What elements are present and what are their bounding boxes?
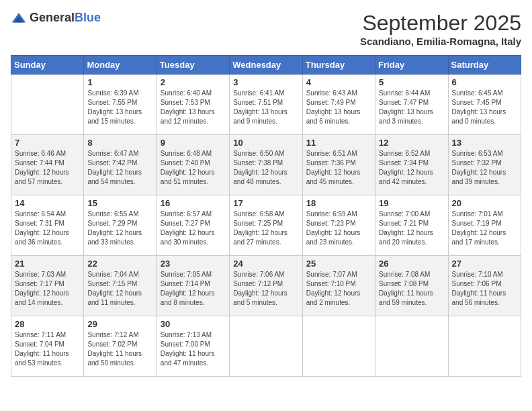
cell-info: Sunrise: 6:41 AMSunset: 7:51 PMDaylight:… <box>233 89 298 126</box>
calendar-cell: 15Sunrise: 6:55 AMSunset: 7:29 PMDayligh… <box>84 195 157 256</box>
calendar-cell: 2Sunrise: 6:40 AMSunset: 7:53 PMDaylight… <box>157 75 229 135</box>
day-number: 21 <box>15 259 80 269</box>
cell-info: Sunrise: 6:51 AMSunset: 7:36 PMDaylight:… <box>306 149 371 187</box>
calendar-cell: 9Sunrise: 6:48 AMSunset: 7:40 PMDaylight… <box>157 135 229 195</box>
calendar-cell: 14Sunrise: 6:54 AMSunset: 7:31 PMDayligh… <box>11 195 84 256</box>
calendar-cell: 25Sunrise: 7:07 AMSunset: 7:10 PMDayligh… <box>302 256 375 316</box>
day-number: 8 <box>87 138 152 148</box>
calendar-cell: 16Sunrise: 6:57 AMSunset: 7:27 PMDayligh… <box>157 195 229 256</box>
calendar-cell: 23Sunrise: 7:05 AMSunset: 7:14 PMDayligh… <box>157 256 229 316</box>
day-number: 22 <box>87 259 152 269</box>
cell-info: Sunrise: 6:43 AMSunset: 7:49 PMDaylight:… <box>306 89 371 126</box>
cell-info: Sunrise: 6:59 AMSunset: 7:23 PMDaylight:… <box>306 210 371 247</box>
day-number: 20 <box>452 198 517 208</box>
week-row-3: 14Sunrise: 6:54 AMSunset: 7:31 PMDayligh… <box>11 195 521 256</box>
cell-info: Sunrise: 6:50 AMSunset: 7:38 PMDaylight:… <box>233 149 298 187</box>
calendar-cell: 30Sunrise: 7:13 AMSunset: 7:00 PMDayligh… <box>157 316 229 377</box>
week-row-5: 28Sunrise: 7:11 AMSunset: 7:04 PMDayligh… <box>11 316 521 377</box>
calendar-body: 1Sunrise: 6:39 AMSunset: 7:55 PMDaylight… <box>11 75 521 377</box>
calendar-cell: 1Sunrise: 6:39 AMSunset: 7:55 PMDaylight… <box>84 75 157 135</box>
calendar-cell: 28Sunrise: 7:11 AMSunset: 7:04 PMDayligh… <box>11 316 84 377</box>
day-number: 28 <box>15 319 80 329</box>
cell-info: Sunrise: 7:05 AMSunset: 7:14 PMDaylight:… <box>161 270 226 308</box>
calendar-cell: 12Sunrise: 6:52 AMSunset: 7:34 PMDayligh… <box>375 135 448 195</box>
calendar-cell: 24Sunrise: 7:06 AMSunset: 7:12 PMDayligh… <box>230 256 302 316</box>
header-row: SundayMondayTuesdayWednesdayThursdayFrid… <box>11 56 521 75</box>
calendar-cell: 17Sunrise: 6:58 AMSunset: 7:25 PMDayligh… <box>230 195 302 256</box>
day-number: 10 <box>233 138 298 148</box>
cell-info: Sunrise: 6:52 AMSunset: 7:34 PMDaylight:… <box>379 149 444 187</box>
header-cell-tuesday: Tuesday <box>157 56 229 75</box>
cell-info: Sunrise: 7:01 AMSunset: 7:19 PMDaylight:… <box>452 210 517 247</box>
header-cell-saturday: Saturday <box>448 56 521 75</box>
month-title: September 2025 <box>360 11 521 36</box>
calendar-cell: 20Sunrise: 7:01 AMSunset: 7:19 PMDayligh… <box>448 195 521 256</box>
day-number: 17 <box>233 198 298 208</box>
cell-info: Sunrise: 7:04 AMSunset: 7:15 PMDaylight:… <box>87 270 152 308</box>
day-number: 5 <box>379 77 444 87</box>
calendar-cell: 21Sunrise: 7:03 AMSunset: 7:17 PMDayligh… <box>11 256 84 316</box>
logo-blue: Blue <box>75 11 101 24</box>
logo: GeneralBlue <box>11 11 101 25</box>
location-subtitle: Scandiano, Emilia-Romagna, Italy <box>360 36 521 47</box>
day-number: 2 <box>161 77 226 87</box>
cell-info: Sunrise: 7:12 AMSunset: 7:02 PMDaylight:… <box>87 330 152 368</box>
cell-info: Sunrise: 6:53 AMSunset: 7:32 PMDaylight:… <box>452 149 517 187</box>
calendar-cell <box>375 316 448 377</box>
calendar-cell: 29Sunrise: 7:12 AMSunset: 7:02 PMDayligh… <box>84 316 157 377</box>
header: GeneralBlue September 2025 Scandiano, Em… <box>11 11 521 47</box>
cell-info: Sunrise: 7:10 AMSunset: 7:06 PMDaylight:… <box>452 270 517 308</box>
day-number: 24 <box>233 259 298 269</box>
cell-info: Sunrise: 6:57 AMSunset: 7:27 PMDaylight:… <box>161 210 226 247</box>
cell-info: Sunrise: 7:07 AMSunset: 7:10 PMDaylight:… <box>306 270 371 308</box>
cell-info: Sunrise: 6:58 AMSunset: 7:25 PMDaylight:… <box>233 210 298 247</box>
day-number: 6 <box>452 77 517 87</box>
calendar-cell: 4Sunrise: 6:43 AMSunset: 7:49 PMDaylight… <box>302 75 375 135</box>
cell-info: Sunrise: 7:08 AMSunset: 7:08 PMDaylight:… <box>379 270 444 308</box>
header-cell-monday: Monday <box>84 56 157 75</box>
day-number: 9 <box>161 138 226 148</box>
day-number: 11 <box>306 138 371 148</box>
day-number: 15 <box>87 198 152 208</box>
day-number: 29 <box>87 319 152 329</box>
calendar-cell: 6Sunrise: 6:45 AMSunset: 7:45 PMDaylight… <box>448 75 521 135</box>
day-number: 16 <box>161 198 226 208</box>
cell-info: Sunrise: 6:54 AMSunset: 7:31 PMDaylight:… <box>15 210 80 247</box>
calendar-cell: 5Sunrise: 6:44 AMSunset: 7:47 PMDaylight… <box>375 75 448 135</box>
calendar-cell: 7Sunrise: 6:46 AMSunset: 7:44 PMDaylight… <box>11 135 84 195</box>
cell-info: Sunrise: 6:45 AMSunset: 7:45 PMDaylight:… <box>452 89 517 126</box>
cell-info: Sunrise: 6:55 AMSunset: 7:29 PMDaylight:… <box>87 210 152 247</box>
title-area: September 2025 Scandiano, Emilia-Romagna… <box>360 11 521 47</box>
cell-info: Sunrise: 6:47 AMSunset: 7:42 PMDaylight:… <box>87 149 152 187</box>
calendar-header: SundayMondayTuesdayWednesdayThursdayFrid… <box>11 56 521 75</box>
calendar-cell: 8Sunrise: 6:47 AMSunset: 7:42 PMDaylight… <box>84 135 157 195</box>
day-number: 13 <box>452 138 517 148</box>
day-number: 19 <box>379 198 444 208</box>
cell-info: Sunrise: 6:48 AMSunset: 7:40 PMDaylight:… <box>161 149 226 187</box>
cell-info: Sunrise: 7:11 AMSunset: 7:04 PMDaylight:… <box>15 330 80 368</box>
header-cell-sunday: Sunday <box>11 56 84 75</box>
cell-info: Sunrise: 7:06 AMSunset: 7:12 PMDaylight:… <box>233 270 298 308</box>
day-number: 12 <box>379 138 444 148</box>
calendar-cell <box>448 316 521 377</box>
calendar-cell: 3Sunrise: 6:41 AMSunset: 7:51 PMDaylight… <box>230 75 302 135</box>
logo-icon <box>11 11 27 25</box>
calendar-cell: 27Sunrise: 7:10 AMSunset: 7:06 PMDayligh… <box>448 256 521 316</box>
day-number: 18 <box>306 198 371 208</box>
calendar-cell: 19Sunrise: 7:00 AMSunset: 7:21 PMDayligh… <box>375 195 448 256</box>
calendar-cell: 18Sunrise: 6:59 AMSunset: 7:23 PMDayligh… <box>302 195 375 256</box>
cell-info: Sunrise: 6:40 AMSunset: 7:53 PMDaylight:… <box>161 89 226 126</box>
day-number: 30 <box>161 319 226 329</box>
day-number: 14 <box>15 198 80 208</box>
week-row-4: 21Sunrise: 7:03 AMSunset: 7:17 PMDayligh… <box>11 256 521 316</box>
day-number: 4 <box>306 77 371 87</box>
header-cell-friday: Friday <box>375 56 448 75</box>
calendar-cell <box>230 316 302 377</box>
calendar-cell: 10Sunrise: 6:50 AMSunset: 7:38 PMDayligh… <box>230 135 302 195</box>
calendar-cell <box>302 316 375 377</box>
cell-info: Sunrise: 6:44 AMSunset: 7:47 PMDaylight:… <box>379 89 444 126</box>
day-number: 1 <box>87 77 152 87</box>
calendar-cell: 13Sunrise: 6:53 AMSunset: 7:32 PMDayligh… <box>448 135 521 195</box>
day-number: 25 <box>306 259 371 269</box>
calendar-cell: 22Sunrise: 7:04 AMSunset: 7:15 PMDayligh… <box>84 256 157 316</box>
